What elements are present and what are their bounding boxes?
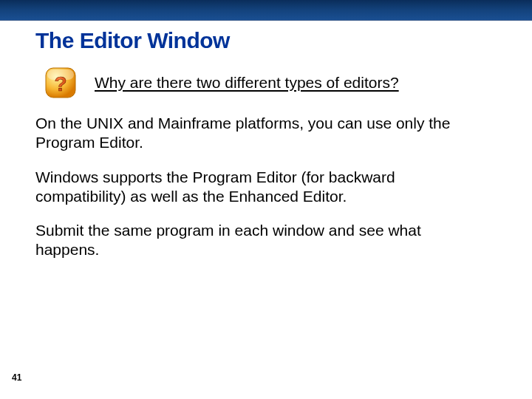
paragraph-1: On the UNIX and Mainframe platforms, you…	[35, 114, 488, 153]
question-text: Why are there two different types of edi…	[95, 74, 399, 92]
question-row: ? Why are there two different types of e…	[44, 66, 532, 99]
page-number: 41	[12, 372, 21, 383]
paragraph-3: Submit the same program in each window a…	[35, 221, 488, 260]
question-icon: ?	[44, 66, 77, 99]
header-bar	[0, 0, 532, 21]
svg-text:?: ?	[54, 72, 66, 95]
page-title: The Editor Window	[35, 28, 532, 53]
paragraph-2: Windows supports the Program Editor (for…	[35, 168, 488, 207]
